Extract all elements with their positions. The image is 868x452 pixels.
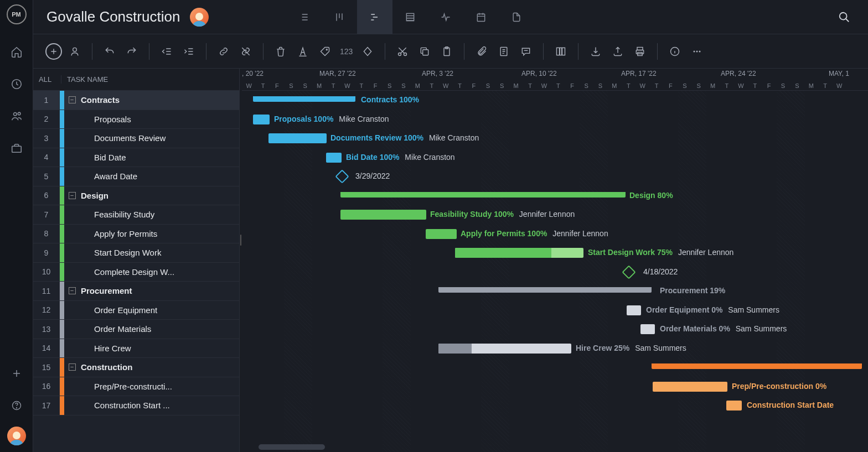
svg-point-1 [13,113,17,116]
svg-rect-3 [12,146,21,152]
svg-rect-19 [562,48,565,55]
task-row[interactable]: 4Bid Date [33,148,239,168]
outdent-button[interactable] [157,42,176,61]
tag-button[interactable] [316,42,334,61]
redo-button[interactable] [122,42,141,61]
print-button[interactable] [631,42,649,61]
svg-rect-18 [560,48,562,55]
nav-team-icon[interactable] [6,105,28,127]
unlink-button[interactable] [236,42,255,61]
toolbar-number: 123 [338,47,355,56]
svg-point-24 [694,50,695,52]
left-rail: PM [0,0,33,452]
import-button[interactable] [586,42,605,61]
tab-calendar[interactable] [463,0,499,34]
tab-activity[interactable] [428,0,463,34]
horizontal-scrollbar[interactable] [259,444,325,450]
svg-point-2 [18,112,20,115]
svg-point-9 [73,48,77,51]
task-row[interactable]: 16Prep/Pre-constructi... [33,377,239,397]
task-row[interactable]: 8Apply for Permits [33,225,239,244]
topbar: Govalle Construction [33,0,868,34]
add-task-button[interactable] [45,43,62,60]
task-rows: 1−Contracts2Proposals3Documents Review4B… [33,91,239,452]
col-task-name[interactable]: TASK NAME [61,75,234,84]
tab-gantt[interactable] [357,0,392,34]
tab-sheet[interactable] [392,0,428,34]
milestone-button[interactable] [358,42,377,61]
task-row[interactable]: 2Proposals [33,110,239,129]
notes-button[interactable] [494,42,513,61]
search-icon[interactable] [834,7,855,28]
svg-point-26 [699,50,701,52]
svg-rect-20 [637,47,643,50]
project-avatar[interactable] [190,8,209,27]
task-row[interactable]: 6−Design [33,186,239,206]
task-row[interactable]: 17Construction Start ... [33,396,239,415]
col-all[interactable]: ALL [39,75,61,84]
nav-add-icon[interactable] [6,362,28,385]
attach-button[interactable] [472,42,491,61]
user-avatar[interactable] [7,427,26,445]
task-row[interactable]: 3Documents Review [33,129,239,148]
undo-button[interactable] [100,42,119,61]
svg-point-8 [840,12,847,19]
task-row[interactable]: 1−Contracts [33,91,239,110]
gantt-body[interactable]: Contracts 100%Proposals 100% Mike Cranst… [242,91,868,452]
svg-point-5 [16,408,17,408]
gantt-chart: , 20 '22MAR, 27 '22APR, 3 '22APR, 10 '22… [242,69,868,452]
svg-point-10 [326,49,327,50]
columns-button[interactable] [551,42,570,61]
tab-files[interactable] [499,0,534,34]
assign-button[interactable] [65,42,84,61]
task-row[interactable]: 5Award Date [33,167,239,186]
copy-button[interactable] [415,42,434,61]
info-button[interactable] [665,42,684,61]
font-button[interactable] [293,42,312,61]
task-row[interactable]: 10Complete Design W... [33,263,239,282]
nav-home-icon[interactable] [6,41,28,63]
project-title: Govalle Construction [46,8,180,25]
nav-help-icon[interactable] [6,394,28,417]
cut-button[interactable] [393,42,412,61]
gantt-header: , 20 '22MAR, 27 '22APR, 3 '22APR, 10 '22… [242,69,868,91]
task-row[interactable]: 15−Construction [33,358,239,377]
view-tabs [286,0,534,34]
task-row[interactable]: 14Hire Crew [33,339,239,359]
task-row[interactable]: 7Feasibility Study [33,205,239,225]
task-panel: ALL TASK NAME 1−Contracts2Proposals3Docu… [33,69,240,452]
toolbar: 123 [33,34,868,69]
more-button[interactable] [688,42,706,61]
svg-rect-17 [557,48,560,55]
task-row[interactable]: 11−Procurement [33,282,239,301]
comment-button[interactable] [516,42,535,61]
task-row[interactable]: 9Start Design Work [33,243,239,263]
indent-button[interactable] [179,42,198,61]
nav-work-icon[interactable] [6,137,28,159]
task-row[interactable]: 12Order Equipment [33,301,239,320]
tab-board[interactable] [322,0,357,34]
svg-point-25 [696,50,698,52]
svg-rect-7 [478,14,485,21]
link-button[interactable] [214,42,233,61]
app-logo[interactable]: PM [7,4,27,24]
nav-recent-icon[interactable] [6,73,28,95]
export-button[interactable] [608,42,627,61]
svg-rect-13 [423,49,428,55]
svg-rect-6 [407,13,414,20]
task-header: ALL TASK NAME [33,69,239,91]
tab-list[interactable] [286,0,322,34]
paste-button[interactable] [437,42,456,61]
delete-button[interactable] [271,42,290,61]
task-row[interactable]: 13Order Materials [33,320,239,339]
